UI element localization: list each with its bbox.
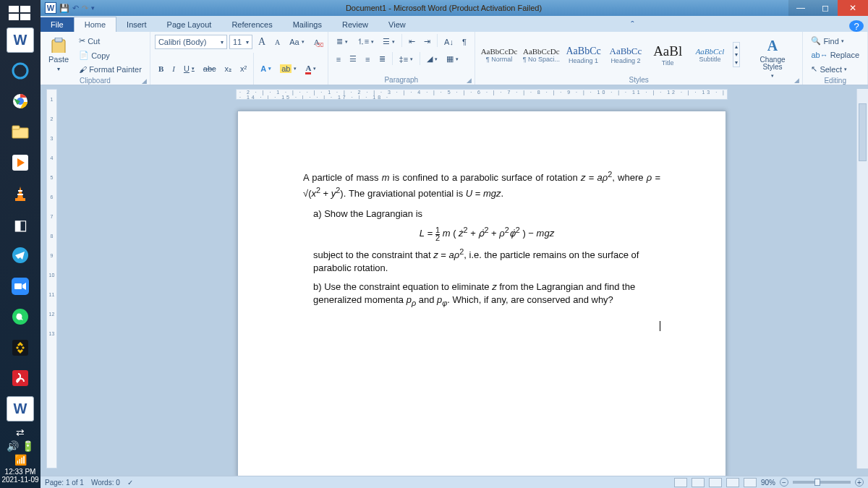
- change-styles-button[interactable]: A Change Styles▾: [747, 35, 799, 74]
- align-center-button[interactable]: ☰: [346, 52, 360, 66]
- line-spacing-button[interactable]: ‡≡▾: [396, 52, 417, 66]
- change-case-button[interactable]: Aa▾: [286, 35, 307, 48]
- font-name-combo[interactable]: Calibri (Body)▾: [155, 35, 227, 49]
- minimize-button[interactable]: —: [788, 0, 813, 16]
- tab-home[interactable]: Home: [74, 17, 116, 32]
- app-icon[interactable]: W: [45, 2, 56, 14]
- clipboard-dialog-icon[interactable]: ◢: [142, 77, 147, 85]
- underline-button[interactable]: U▾: [180, 62, 198, 75]
- taskbar-binance-icon[interactable]: [7, 335, 34, 360]
- taskbar-telegram-icon[interactable]: [7, 243, 34, 268]
- numbering-button[interactable]: ⒈≡▾: [353, 34, 378, 49]
- font-color-button[interactable]: A▾: [302, 61, 320, 77]
- close-button[interactable]: ✕: [838, 0, 868, 16]
- superscript-button[interactable]: x²: [237, 62, 250, 75]
- taskbar-word2-icon[interactable]: W: [7, 396, 34, 421]
- italic-button[interactable]: I: [169, 62, 179, 75]
- multilevel-button[interactable]: ☰▾: [379, 34, 399, 49]
- style-title[interactable]: AaBlTitle: [648, 38, 687, 72]
- tray-time[interactable]: 12:33 PM: [0, 468, 41, 476]
- status-proof-icon[interactable]: ✓: [127, 479, 133, 487]
- tab-view[interactable]: View: [378, 17, 416, 32]
- taskbar-edge-icon[interactable]: [7, 59, 34, 84]
- para-dialog-icon[interactable]: ◢: [467, 77, 472, 84]
- ribbon-minimize-icon[interactable]: ˆ: [624, 18, 641, 32]
- taskbar-explorer-icon[interactable]: [7, 120, 34, 145]
- taskbar-word-icon[interactable]: W: [7, 27, 34, 53]
- highlight-button[interactable]: ab▾: [276, 62, 300, 75]
- strike-button[interactable]: abc: [200, 62, 220, 75]
- qat-redo-icon[interactable]: ↷: [82, 4, 88, 13]
- taskbar-media-icon[interactable]: [7, 150, 34, 176]
- taskbar-chrome-icon[interactable]: [7, 89, 34, 114]
- tray-volume-icon[interactable]: 🔊 🔋: [0, 440, 41, 452]
- clear-format-button[interactable]: A⌫: [310, 35, 323, 48]
- sort-button[interactable]: A↓: [441, 34, 457, 49]
- tab-page-layout[interactable]: Page Layout: [157, 17, 222, 32]
- inc-indent-button[interactable]: ⇥: [420, 34, 434, 49]
- show-marks-button[interactable]: ¶: [459, 34, 470, 49]
- tab-references[interactable]: References: [221, 17, 282, 32]
- zoom-out-button[interactable]: −: [780, 478, 788, 487]
- bold-button[interactable]: B: [155, 62, 167, 75]
- document-page[interactable]: A particle of mass m is confined to a pa…: [237, 111, 726, 476]
- view-web-layout[interactable]: [709, 478, 722, 487]
- style-nospacing[interactable]: AaBbCcDc¶ No Spaci...: [522, 38, 561, 72]
- tab-mailings[interactable]: Mailings: [283, 17, 332, 32]
- paste-button[interactable]: Paste ▾: [45, 35, 72, 74]
- qat-custom-icon[interactable]: ▾: [91, 4, 95, 12]
- style-heading2[interactable]: AaBbCcHeading 2: [606, 38, 645, 72]
- horizontal-ruler[interactable]: · 2 · | · 1 · | · · | · 1 · | · 2 · | · …: [236, 89, 728, 100]
- taskbar-vlc-icon[interactable]: [7, 181, 34, 207]
- shading-button[interactable]: ◢▾: [423, 52, 441, 66]
- qat-undo-icon[interactable]: ↶: [72, 4, 79, 13]
- qat-save-icon[interactable]: 💾: [59, 4, 69, 13]
- status-page[interactable]: Page: 1 of 1: [45, 479, 84, 487]
- scrollbar-thumb[interactable]: [859, 103, 867, 161]
- zoom-slider[interactable]: [793, 481, 851, 484]
- align-left-button[interactable]: ≡: [333, 52, 344, 66]
- text-effects-button[interactable]: A▾: [257, 62, 275, 75]
- dec-indent-button[interactable]: ⇤: [405, 34, 419, 49]
- cut-button[interactable]: ✂Cut: [75, 34, 145, 48]
- maximize-button[interactable]: ◻: [813, 0, 838, 16]
- zoom-level[interactable]: 90%: [761, 479, 775, 487]
- zoom-in-button[interactable]: +: [855, 478, 864, 487]
- tab-review[interactable]: Review: [332, 17, 378, 32]
- format-painter-button[interactable]: 🖌Format Painter: [75, 63, 145, 76]
- tray-network-icon[interactable]: 📶: [0, 454, 41, 466]
- copy-button[interactable]: 📄Copy: [75, 48, 145, 62]
- tray-date[interactable]: 2021-11-09: [0, 476, 41, 484]
- justify-button[interactable]: ≣: [375, 52, 389, 66]
- help-icon[interactable]: ?: [849, 20, 864, 32]
- find-button[interactable]: 🔍Find▾: [807, 34, 847, 48]
- status-words[interactable]: Words: 0: [91, 479, 120, 487]
- view-full-screen[interactable]: [692, 478, 705, 487]
- start-button[interactable]: [6, 3, 35, 23]
- borders-button[interactable]: ▦▾: [443, 52, 462, 66]
- style-subtitle[interactable]: AaBbCclSubtitle: [690, 38, 729, 72]
- view-outline[interactable]: [726, 478, 739, 487]
- taskbar-acrobat-icon[interactable]: [7, 366, 34, 391]
- grow-font-button[interactable]: A: [255, 34, 269, 50]
- style-normal[interactable]: AaBbCcDc¶ Normal: [480, 38, 519, 72]
- taskbar-whatsapp-icon[interactable]: [7, 304, 34, 330]
- replace-button[interactable]: ab↔Replace: [807, 48, 863, 61]
- tab-insert[interactable]: Insert: [116, 17, 157, 32]
- view-draft[interactable]: [744, 478, 757, 487]
- tab-file[interactable]: File: [41, 17, 74, 32]
- shrink-font-button[interactable]: A: [271, 36, 284, 48]
- style-heading1[interactable]: AaBbCcHeading 1: [563, 38, 603, 72]
- bullets-button[interactable]: ≣▾: [333, 34, 352, 49]
- select-button[interactable]: ↖Select▾: [807, 62, 851, 76]
- vertical-ruler[interactable]: 12345678910111213: [46, 89, 57, 468]
- font-size-combo[interactable]: 11▾: [229, 35, 252, 49]
- vertical-scrollbar[interactable]: [856, 89, 868, 468]
- styles-dialog-icon[interactable]: ◢: [794, 77, 799, 84]
- subscript-button[interactable]: x₂: [221, 62, 236, 76]
- tray-arrows-icon[interactable]: ⇄: [0, 427, 41, 438]
- taskbar-zoom-icon[interactable]: [7, 273, 34, 299]
- view-print-layout[interactable]: [674, 478, 687, 487]
- taskbar-app-icon[interactable]: ◧: [7, 212, 34, 237]
- styles-gallery-scroll[interactable]: ▴▾▾: [733, 42, 740, 67]
